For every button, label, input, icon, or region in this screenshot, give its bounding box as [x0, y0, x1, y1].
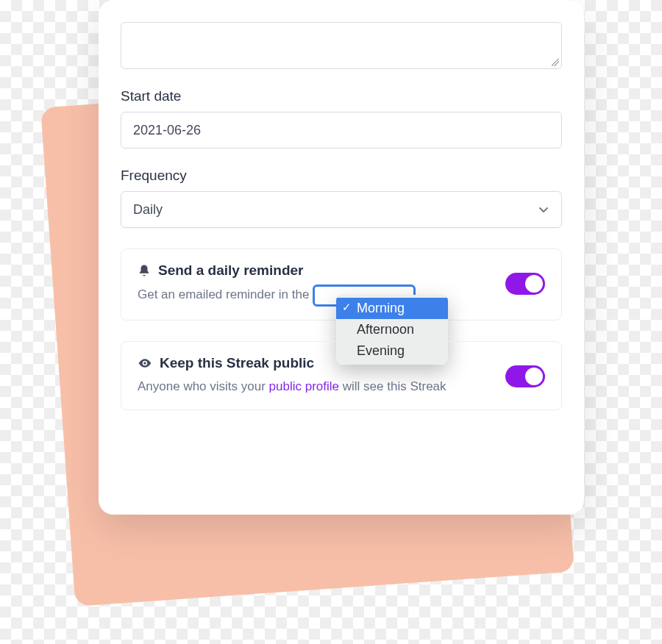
- frequency-select[interactable]: Daily: [121, 191, 562, 228]
- reminder-toggle[interactable]: [505, 273, 545, 295]
- public-profile-link[interactable]: public profile: [269, 379, 339, 393]
- bell-icon: [138, 264, 151, 277]
- dropdown-option-morning[interactable]: Morning: [336, 298, 448, 319]
- reminder-title: Send a daily reminder: [158, 262, 303, 279]
- chevron-down-icon: [538, 204, 549, 215]
- start-date-input[interactable]: 2021-06-26: [121, 112, 562, 149]
- frequency-value: Daily: [133, 202, 163, 218]
- public-title: Keep this Streak public: [160, 355, 314, 371]
- reminder-setting: Send a daily reminder Get an emailed rem…: [121, 248, 562, 321]
- description-textarea[interactable]: [121, 22, 562, 69]
- dropdown-option-afternoon[interactable]: Afternoon: [336, 319, 448, 340]
- public-desc: Anyone who visits your public profile wi…: [138, 377, 505, 396]
- public-setting: Keep this Streak public Anyone who visit…: [121, 341, 562, 410]
- eye-icon: [138, 356, 152, 371]
- start-date-label: Start date: [121, 88, 562, 104]
- settings-card: Start date 2021-06-26 Frequency Daily Se…: [99, 0, 584, 515]
- reminder-desc: Get an emailed reminder in the: [138, 285, 505, 307]
- frequency-label: Frequency: [121, 168, 562, 184]
- public-toggle[interactable]: [505, 365, 545, 387]
- start-date-value: 2021-06-26: [133, 123, 201, 138]
